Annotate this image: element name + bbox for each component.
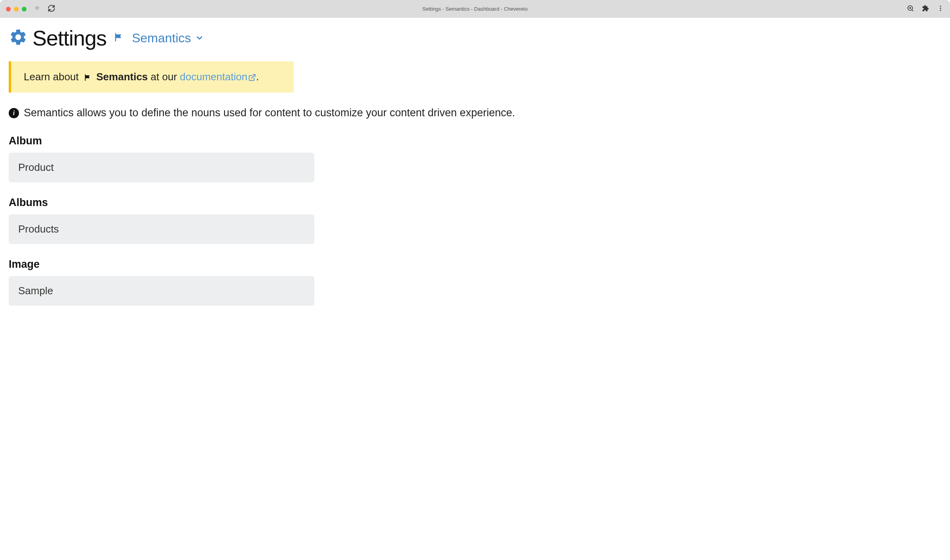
albums-input[interactable] — [9, 214, 314, 244]
breadcrumb-label: Semantics — [132, 31, 191, 45]
breadcrumb-dropdown[interactable]: Semantics — [132, 31, 203, 45]
field-albums: Albums — [9, 197, 941, 244]
refresh-button[interactable] — [48, 5, 55, 13]
tab-title: Settings - Semantics - Dashboard - Cheve… — [422, 6, 528, 12]
description-text: Semantics allows you to define the nouns… — [24, 107, 515, 119]
gear-icon — [9, 28, 28, 48]
page-content: Settings Semantics Learn about Semantics… — [0, 18, 950, 328]
field-label: Image — [9, 258, 941, 271]
info-icon: i — [9, 108, 19, 118]
chevron-down-icon — [195, 31, 204, 45]
svg-line-2 — [912, 9, 913, 11]
window-controls — [6, 7, 27, 11]
close-window-button[interactable] — [6, 7, 11, 11]
svg-point-5 — [940, 6, 941, 7]
browser-actions — [907, 5, 944, 13]
menu-icon[interactable] — [937, 5, 944, 13]
documentation-link[interactable]: documentation — [180, 71, 256, 83]
banner-middle: at our — [151, 71, 177, 83]
doc-link-text: documentation — [180, 71, 247, 83]
info-banner: Learn about Semantics at our documentati… — [9, 61, 294, 93]
banner-suffix: . — [256, 71, 259, 83]
svg-point-7 — [940, 9, 941, 11]
banner-prefix: Learn about — [24, 71, 79, 83]
description-row: i Semantics allows you to define the nou… — [9, 107, 941, 119]
zoom-icon[interactable] — [907, 5, 914, 13]
image-input[interactable] — [9, 276, 314, 306]
back-button[interactable] — [34, 5, 41, 13]
field-image: Image — [9, 258, 941, 306]
nav-controls — [34, 5, 55, 13]
album-input[interactable] — [9, 153, 314, 182]
page-header: Settings Semantics — [9, 26, 941, 50]
minimize-window-button[interactable] — [14, 7, 19, 11]
flag-icon — [113, 32, 124, 44]
svg-point-6 — [940, 8, 941, 9]
browser-chrome: Settings - Semantics - Dashboard - Cheve… — [0, 0, 950, 18]
field-label: Album — [9, 135, 941, 147]
field-album: Album — [9, 135, 941, 182]
flag-icon — [83, 71, 95, 83]
field-label: Albums — [9, 197, 941, 209]
banner-subject: Semantics — [96, 71, 148, 83]
svg-line-8 — [251, 75, 255, 78]
page-title: Settings — [32, 26, 106, 50]
extensions-icon[interactable] — [922, 5, 929, 13]
external-link-icon — [248, 71, 256, 83]
maximize-window-button[interactable] — [22, 7, 27, 11]
